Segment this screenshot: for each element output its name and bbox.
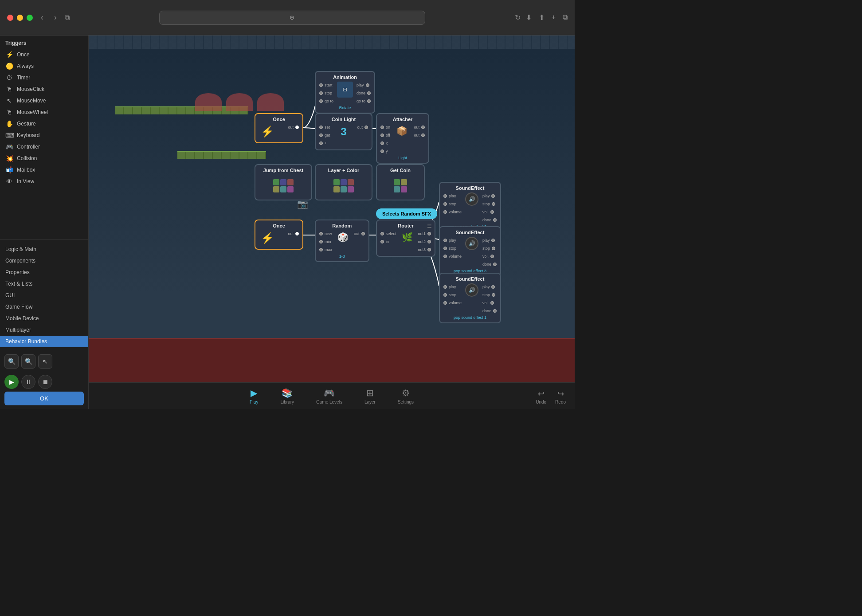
rand-new-port[interactable]: new: [319, 230, 332, 237]
anim-done-port[interactable]: done: [357, 90, 371, 97]
settings-tab[interactable]: ⚙ Settings: [398, 388, 414, 404]
forward-button[interactable]: ›: [51, 11, 59, 24]
jump-from-chest-node[interactable]: Jump from Chest: [255, 164, 312, 200]
pointer-button[interactable]: ↖: [38, 354, 52, 369]
anim-goto-out-port[interactable]: go to: [357, 98, 371, 105]
cl-out-port[interactable]: out: [357, 124, 368, 131]
undo-button[interactable]: ↩ Undo: [536, 389, 546, 404]
sfx3-play-out[interactable]: play: [482, 283, 497, 290]
sfx1-vol-port[interactable]: volume: [443, 208, 462, 216]
sidebar-item-components[interactable]: Components: [0, 255, 88, 267]
coin-light-node[interactable]: Coin Light set get + 3: [315, 113, 372, 150]
sfx1-stop-port[interactable]: stop: [443, 200, 462, 208]
sidebar-item-logic[interactable]: Logic & Math: [0, 243, 88, 255]
router-out2-port[interactable]: out2: [418, 238, 431, 245]
once2-out-port[interactable]: out: [288, 230, 299, 237]
close-button[interactable]: [7, 15, 13, 21]
sfx1-stop-out[interactable]: stop: [482, 200, 497, 208]
ok-button[interactable]: OK: [4, 392, 84, 405]
once2-out-dot[interactable]: [295, 232, 299, 235]
gamelevels-tab[interactable]: 🎮 Game Levels: [316, 388, 342, 404]
anim-stop-port[interactable]: stop: [319, 90, 333, 97]
sidebar-item-always[interactable]: 🟡 Always: [0, 60, 88, 72]
sfx1-vol-out[interactable]: vol.: [482, 208, 497, 216]
sidebar-item-bundles[interactable]: Behavior Bundles: [0, 336, 88, 347]
sfx-node-3[interactable]: SoundEffect play stop volume: [439, 273, 501, 323]
sfx3-play-port[interactable]: play: [443, 283, 462, 290]
sidebar-item-timer[interactable]: ⏱ Timer: [0, 72, 88, 83]
router-out1-port[interactable]: out1: [418, 230, 431, 237]
sidebar-item-collision[interactable]: 💥 Collision: [0, 153, 88, 164]
stop-button[interactable]: ⏹: [38, 375, 52, 389]
sfx2-play-out[interactable]: play: [482, 237, 497, 244]
sfx3-stop-out[interactable]: stop: [482, 291, 497, 298]
window-icon[interactable]: ⧉: [563, 13, 568, 22]
once-out-dot[interactable]: [295, 126, 299, 129]
sfx-node-1[interactable]: SoundEffect play stop volume: [439, 182, 501, 232]
sfx1-play-out[interactable]: play: [482, 192, 497, 200]
sidebar-item-inview[interactable]: 👁 In View: [0, 176, 88, 187]
sfx2-vol-port[interactable]: volume: [443, 253, 462, 260]
cl-get-port[interactable]: get: [319, 132, 330, 139]
once-out-port[interactable]: out: [288, 124, 299, 131]
sfx2-stop-port[interactable]: stop: [443, 245, 462, 252]
sidebar-item-mailbox[interactable]: 📬 Mailbox: [0, 164, 88, 176]
share-icon[interactable]: ⬆: [539, 13, 545, 22]
play-tab[interactable]: ▶ Play: [250, 388, 258, 404]
sfx1-done-out[interactable]: done: [482, 216, 497, 224]
download-icon[interactable]: ⬇: [526, 13, 532, 22]
new-tab-icon[interactable]: +: [552, 13, 556, 22]
sidebar-item-multiplayer[interactable]: Multiplayer: [0, 324, 88, 336]
att-out2-port[interactable]: out: [414, 132, 425, 139]
play-button[interactable]: ▶: [4, 375, 19, 389]
rand-min-port[interactable]: min: [319, 238, 332, 245]
att-on-port[interactable]: on: [380, 124, 390, 131]
router-menu-icon[interactable]: ☰: [427, 223, 432, 229]
sidebar-toggle-icon[interactable]: ⧉: [65, 14, 70, 22]
sfx3-vol-out[interactable]: vol.: [482, 299, 497, 306]
sidebar-item-controller[interactable]: 🎮 Controller: [0, 141, 88, 153]
once-node-2[interactable]: Once ⚡ out: [255, 220, 303, 250]
router-select-port[interactable]: select: [380, 230, 396, 237]
sfx2-done-out[interactable]: done: [482, 261, 497, 268]
sfx3-vol-port[interactable]: volume: [443, 299, 462, 306]
cl-plus-port[interactable]: +: [319, 140, 330, 147]
sidebar-item-once[interactable]: ⚡ Once: [0, 49, 88, 60]
maximize-button[interactable]: [27, 15, 33, 21]
anim-stop-dot[interactable]: [319, 91, 323, 95]
sidebar-item-mousemove[interactable]: ↖ MouseMove: [0, 95, 88, 106]
rand-max-port[interactable]: max: [319, 246, 332, 253]
pause-button[interactable]: ⏸: [21, 375, 35, 389]
router-in-port[interactable]: in: [380, 238, 396, 245]
zoom-in-button[interactable]: 🔍: [4, 354, 19, 369]
animation-node[interactable]: Animation start stop go to: [315, 71, 375, 114]
rand-out-port[interactable]: out: [354, 230, 365, 237]
canvas-area[interactable]: Once ⚡ out Animation start: [89, 35, 575, 409]
sidebar-item-keyboard[interactable]: ⌨ Keyboard: [0, 129, 88, 141]
sfx2-vol-out[interactable]: vol.: [482, 253, 497, 260]
sidebar-item-gui[interactable]: GUI: [0, 290, 88, 301]
sidebar-item-gameflow[interactable]: Game Flow: [0, 301, 88, 313]
sidebar-item-gesture[interactable]: ✋ Gesture: [0, 118, 88, 129]
minimize-button[interactable]: [17, 15, 23, 21]
sidebar-item-mouseclick[interactable]: 🖱 MouseClick: [0, 83, 88, 95]
zoom-out-button[interactable]: 🔍: [21, 354, 35, 369]
layer-tab[interactable]: ⊞ Layer: [364, 388, 376, 404]
anim-goto-port[interactable]: go to: [319, 98, 333, 105]
refresh-icon[interactable]: ↻: [515, 13, 521, 22]
get-coin-node[interactable]: Get Coin: [376, 164, 425, 200]
sidebar-item-mousewheel[interactable]: 🖱 MouseWheel: [0, 106, 88, 118]
router-node[interactable]: Router ☰ select in 🌿 out1: [376, 220, 435, 257]
redo-button[interactable]: ↪ Redo: [555, 389, 566, 404]
anim-goto-out-dot[interactable]: [367, 99, 371, 103]
address-bar[interactable]: ⊕: [159, 11, 425, 25]
sfx2-stop-out[interactable]: stop: [482, 245, 497, 252]
anim-play-port[interactable]: play: [357, 82, 371, 89]
anim-start-port[interactable]: start: [319, 82, 333, 89]
att-y-port[interactable]: y: [380, 148, 390, 155]
router-out3-port[interactable]: out3: [418, 246, 431, 253]
random-node[interactable]: Random new min max 🎲: [315, 220, 369, 262]
anim-play-dot[interactable]: [366, 83, 369, 87]
sfx2-play-port[interactable]: play: [443, 237, 462, 244]
back-button[interactable]: ‹: [38, 11, 46, 24]
